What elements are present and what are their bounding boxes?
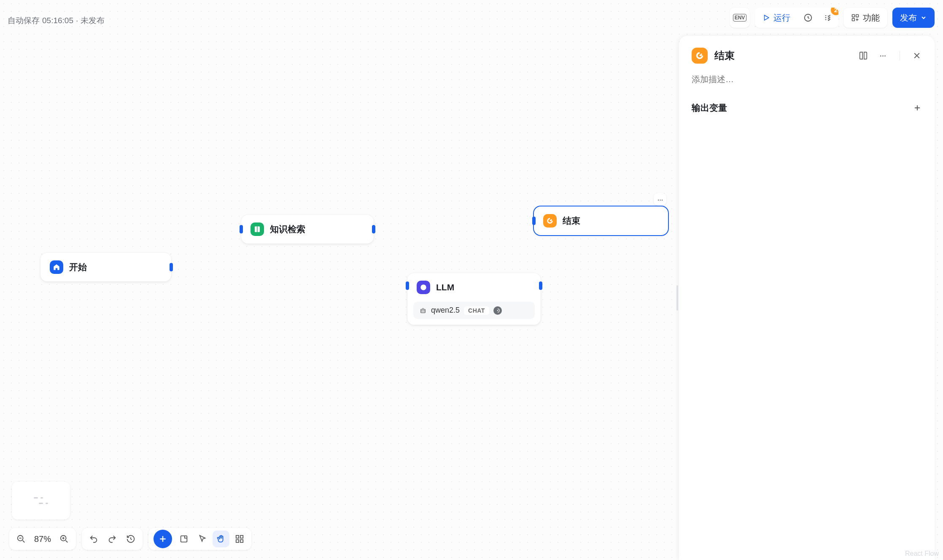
- docs-button[interactable]: [858, 51, 868, 61]
- feature-button[interactable]: 功能: [843, 8, 887, 28]
- model-selector[interactable]: qwen2.5 CHAT: [413, 302, 535, 319]
- clock-play-icon: [803, 13, 813, 22]
- svg-point-8: [424, 311, 425, 311]
- note-icon: [179, 534, 189, 544]
- output-vars-section: 输出变量: [692, 102, 922, 114]
- pointer-tool[interactable]: [194, 531, 211, 547]
- chevron-down-icon: [920, 14, 927, 21]
- run-button[interactable]: 运行: [755, 8, 798, 28]
- layout-icon: [235, 534, 244, 544]
- more-button[interactable]: ···: [878, 51, 888, 61]
- zoom-value[interactable]: 87%: [31, 534, 54, 544]
- minimap[interactable]: [12, 482, 70, 520]
- node-llm[interactable]: LLM qwen2.5 CHAT: [407, 273, 541, 325]
- redo-icon: [108, 534, 117, 544]
- zoom-group: 87%: [9, 528, 76, 550]
- exit-icon: [692, 48, 708, 64]
- side-panel: 结束 ··· 输出变量: [679, 36, 935, 560]
- layout-button[interactable]: [231, 531, 248, 547]
- status-autosave: 自动保存: [8, 15, 40, 26]
- book-icon: [251, 222, 264, 236]
- output-vars-title: 输出变量: [692, 102, 727, 114]
- description-input[interactable]: [692, 75, 922, 84]
- tools-group: [148, 528, 251, 550]
- history-button[interactable]: [122, 531, 139, 547]
- port-in[interactable]: [532, 217, 536, 225]
- status-state: 未发布: [81, 15, 105, 26]
- node-knowledge[interactable]: 知识检索: [241, 215, 374, 244]
- status-time: 05:16:05: [42, 16, 73, 25]
- panel-title: 结束: [714, 49, 851, 62]
- cursor-icon: [198, 534, 207, 544]
- svg-rect-15: [236, 540, 239, 542]
- home-icon: [50, 260, 63, 274]
- undo-button[interactable]: [85, 531, 102, 547]
- redo-button[interactable]: [104, 531, 121, 547]
- zoom-out-icon: [16, 534, 26, 544]
- close-button[interactable]: [912, 51, 922, 61]
- history-icon: [126, 534, 135, 544]
- svg-rect-2: [852, 15, 855, 17]
- top-toolbar: ENV 运行 2 功能 发布: [730, 8, 935, 28]
- port-out[interactable]: [372, 225, 375, 233]
- watermark: React Flow: [905, 550, 939, 557]
- model-settings-icon[interactable]: [493, 306, 502, 315]
- zoom-in-icon: [59, 534, 69, 544]
- ai-icon: [417, 281, 430, 294]
- feature-label: 功能: [863, 12, 880, 24]
- env-button[interactable]: ENV: [730, 8, 750, 28]
- svg-point-7: [422, 311, 423, 311]
- svg-rect-16: [240, 540, 243, 542]
- book-open-icon: [859, 51, 868, 60]
- exit-icon: [543, 214, 557, 228]
- note-button[interactable]: [175, 531, 192, 547]
- node-end[interactable]: 结束: [534, 206, 668, 235]
- svg-rect-12: [181, 536, 187, 542]
- node-llm-title: LLM: [436, 282, 454, 292]
- panel-header: 结束 ···: [692, 48, 922, 64]
- run-group: 运行 2: [755, 8, 838, 28]
- bottom-toolbar: 87%: [9, 528, 251, 550]
- svg-marker-0: [765, 15, 769, 20]
- env-icon: ENV: [733, 14, 747, 21]
- port-out[interactable]: [170, 263, 173, 271]
- panel-resize-handle[interactable]: [676, 285, 678, 311]
- svg-rect-3: [856, 15, 859, 17]
- model-name: qwen2.5: [431, 306, 460, 315]
- undo-icon: [89, 534, 98, 544]
- run-label: 运行: [773, 12, 790, 24]
- port-in[interactable]: [240, 225, 243, 233]
- schedule-button[interactable]: [798, 8, 818, 28]
- publish-button[interactable]: 发布: [892, 8, 935, 28]
- svg-rect-13: [236, 536, 239, 538]
- svg-point-5: [420, 284, 426, 290]
- play-icon: [762, 14, 770, 21]
- node-start[interactable]: 开始: [40, 253, 171, 281]
- svg-rect-14: [240, 536, 243, 538]
- add-node-button[interactable]: [154, 530, 172, 548]
- hand-tool[interactable]: [213, 531, 229, 547]
- node-knowledge-title: 知识检索: [270, 223, 305, 235]
- node-end-title: 结束: [563, 215, 580, 227]
- robot-icon: [419, 307, 427, 314]
- svg-point-9: [497, 310, 498, 311]
- port-in[interactable]: [406, 281, 409, 290]
- zoom-in-button[interactable]: [56, 531, 73, 547]
- zoom-out-button[interactable]: [13, 531, 30, 547]
- port-out[interactable]: [539, 281, 542, 290]
- status-bar: 自动保存 05:16:05 · 未发布: [8, 15, 105, 26]
- dot-sep: ·: [76, 16, 78, 25]
- divider: [900, 51, 900, 60]
- svg-rect-4: [852, 19, 855, 21]
- grid-add-icon: [851, 13, 859, 22]
- checklist-button[interactable]: 2: [818, 8, 838, 28]
- publish-label: 发布: [900, 12, 917, 24]
- node-start-title: 开始: [69, 261, 87, 273]
- model-mode: CHAT: [464, 306, 489, 315]
- plus-icon: [159, 535, 167, 543]
- history-group: [82, 528, 143, 550]
- node-more-button[interactable]: ···: [654, 193, 666, 206]
- checklist-icon: [824, 13, 833, 22]
- close-icon: [913, 51, 921, 60]
- add-output-var-button[interactable]: [913, 103, 922, 113]
